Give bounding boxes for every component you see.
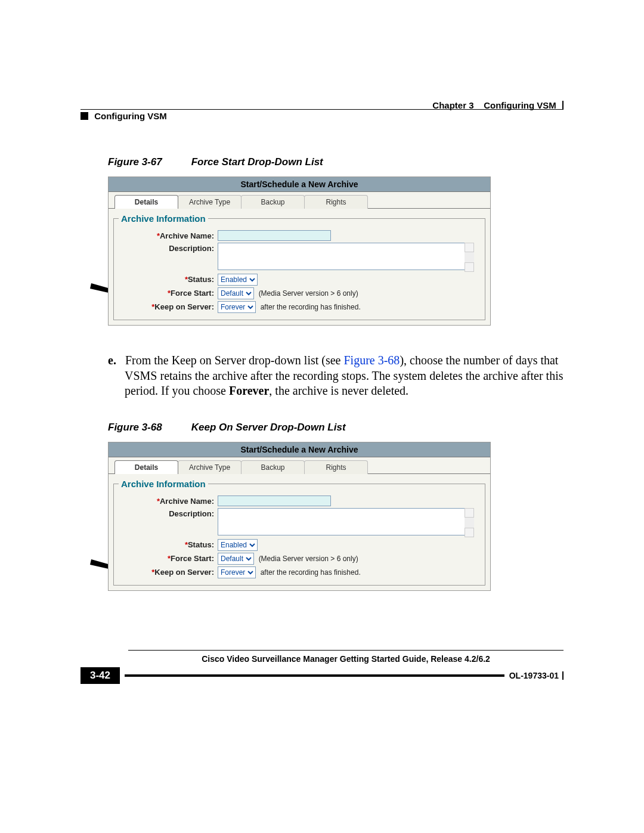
label-status: *Status:	[119, 274, 218, 284]
footer-title: Cisco Video Surveillance Manager Getting…	[128, 654, 564, 664]
tab-bar: Details Archive Type Backup Rights	[109, 457, 490, 474]
force-start-select[interactable]: Default	[218, 553, 254, 565]
figure-link[interactable]: Figure 3-68	[343, 354, 400, 367]
figure-number: Figure 3-68	[108, 422, 188, 433]
figure-67-caption: Figure 3-67 Force Start Drop-Down List	[108, 156, 564, 168]
figure-number: Figure 3-67	[108, 156, 188, 168]
archive-name-input[interactable]	[218, 230, 331, 241]
list-marker: e.	[108, 354, 116, 367]
keep-on-server-select[interactable]: Forever	[218, 566, 256, 578]
status-select[interactable]: Enabled	[218, 274, 258, 286]
label-force-start: *Force Start:	[119, 287, 218, 298]
label-status: *Status:	[119, 539, 218, 549]
tab-backup[interactable]: Backup	[241, 195, 305, 209]
screenshot-figure-68: Start/Schedule a New Archive Details Arc…	[108, 442, 491, 591]
tab-backup[interactable]: Backup	[241, 460, 305, 474]
scrollbar-icon	[465, 243, 474, 272]
figure-title: Keep On Server Drop-Down List	[191, 422, 346, 433]
tab-archive-type[interactable]: Archive Type	[178, 460, 242, 474]
archive-name-input[interactable]	[218, 496, 331, 506]
label-keep-on-server: *Keep on Server:	[119, 301, 218, 311]
description-textarea[interactable]	[218, 508, 474, 535]
tab-archive-type[interactable]: Archive Type	[178, 195, 242, 209]
keep-hint: after the recording has finished.	[261, 303, 361, 311]
section-bullet-icon	[80, 112, 88, 120]
section-title-left: Configuring VSM	[94, 111, 167, 121]
dialog-title: Start/Schedule a New Archive	[109, 177, 490, 192]
label-archive-name: *Archive Name:	[119, 496, 218, 506]
screenshot-figure-67: Start/Schedule a New Archive Details Arc…	[108, 176, 491, 326]
label-archive-name: *Archive Name:	[119, 230, 218, 240]
force-start-hint: (Media Server version > 6 only)	[259, 555, 358, 563]
section-title-right: Configuring VSM	[484, 100, 556, 110]
header-right: Chapter 3 Configuring VSM	[432, 100, 564, 110]
keep-on-server-select[interactable]: Forever	[218, 301, 256, 313]
label-force-start: *Force Start:	[119, 553, 218, 563]
figure-68-caption: Figure 3-68 Keep On Server Drop-Down Lis…	[108, 422, 564, 433]
page-number: 3-42	[80, 667, 120, 684]
tab-details[interactable]: Details	[114, 460, 178, 474]
fieldset-legend: Archive Information	[119, 213, 208, 224]
tab-rights[interactable]: Rights	[304, 460, 368, 474]
tab-details[interactable]: Details	[114, 195, 178, 209]
page-footer: Cisco Video Surveillance Manager Getting…	[80, 650, 564, 684]
label-description: Description:	[119, 243, 218, 253]
figure-title: Force Start Drop-Down List	[191, 156, 323, 168]
archive-info-group: Archive Information *Archive Name: Descr…	[113, 479, 485, 586]
archive-info-group: Archive Information *Archive Name: Descr…	[113, 213, 485, 320]
tab-bar: Details Archive Type Backup Rights	[109, 192, 490, 209]
label-description: Description:	[119, 508, 218, 518]
keep-hint: after the recording has finished.	[261, 568, 361, 577]
dialog-title: Start/Schedule a New Archive	[109, 442, 490, 457]
status-select[interactable]: Enabled	[218, 539, 258, 551]
force-start-hint: (Media Server version > 6 only)	[259, 289, 358, 298]
body-paragraph-e: e. From the Keep on Server drop-down lis…	[108, 353, 564, 399]
scrollbar-icon	[465, 508, 474, 537]
header-left: Configuring VSM	[80, 111, 167, 121]
page-header: Chapter 3 Configuring VSM Configuring VS…	[80, 100, 564, 120]
force-start-select[interactable]: Default	[218, 287, 254, 299]
fieldset-legend: Archive Information	[119, 479, 208, 489]
document-id: OL-19733-01	[509, 671, 559, 680]
chapter-label: Chapter 3	[432, 100, 473, 110]
tab-rights[interactable]: Rights	[304, 195, 368, 209]
label-keep-on-server: *Keep on Server:	[119, 566, 218, 577]
description-textarea[interactable]	[218, 243, 474, 270]
